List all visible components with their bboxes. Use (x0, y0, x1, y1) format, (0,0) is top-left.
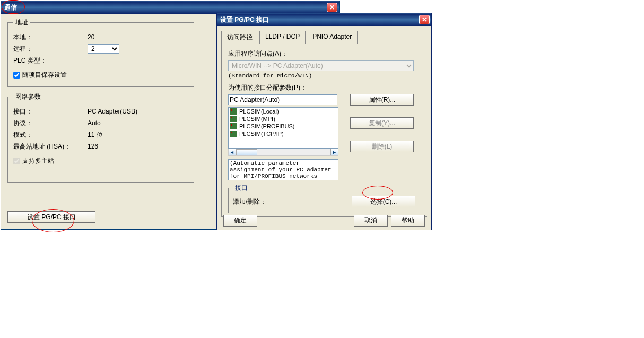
tabstrip: 访问路径 LLDP / DCP PNIO Adapter (221, 30, 427, 44)
hsa-label: 最高站地址 (HSA)： (13, 142, 88, 151)
interface-listbox[interactable]: PLCSIM(Local) PLCSIM(MPI) PLCSIM(PROFIBU… (228, 107, 338, 149)
assigned-value-input[interactable] (228, 94, 337, 105)
save-with-project-input[interactable] (13, 72, 20, 79)
properties-button[interactable]: 属性(R)... (350, 94, 414, 106)
list-item[interactable]: PLCSIM(MPI) (229, 115, 338, 123)
interface-legend: 接口 (233, 184, 250, 193)
save-with-project-checkbox[interactable]: 随项目保存设置 (13, 70, 188, 80)
protocol-label: 协议： (13, 119, 88, 128)
pgpc-title: 设置 PG/PC 接口 (220, 15, 269, 24)
description-box[interactable]: (Automatic parameter assignment of your … (228, 159, 338, 180)
interface-value: PC Adapter(USB) (88, 108, 137, 115)
tab-access-path[interactable]: 访问路径 (221, 31, 258, 44)
cancel-button[interactable]: 取消 (354, 215, 388, 227)
address-legend: 地址 (13, 18, 30, 27)
comm-title: 通信 (4, 3, 17, 12)
scroll-left-icon[interactable]: ◄ (229, 149, 236, 155)
remote-combo[interactable]: 2 (88, 44, 119, 54)
interface-group: 接口 添加/删除： 选择(C)... (228, 184, 420, 213)
list-item[interactable]: PLCSIM(PROFIBUS) (229, 123, 338, 130)
delete-button: 删除(L) (350, 141, 414, 152)
comm-titlebar[interactable]: 通信 ✕ (1, 1, 339, 14)
save-with-project-label: 随项目保存设置 (22, 71, 67, 80)
hsa-value: 126 (88, 143, 98, 150)
pgpc-titlebar[interactable]: 设置 PG/PC 接口 ✕ (217, 13, 431, 26)
tab-lldp-dcp[interactable]: LLDP / DCP (259, 31, 306, 44)
protocol-value: Auto (88, 119, 101, 127)
local-label: 本地： (13, 33, 88, 42)
assign-params-label: 为使用的接口分配参数(P)： (228, 83, 307, 92)
multimaster-label: 支持多主站 (22, 157, 54, 166)
setup-pgpc-button[interactable]: 设置 PG/PC 接口 (7, 211, 95, 223)
multimaster-checkbox: 支持多主站 (13, 155, 188, 166)
mode-value: 11 位 (88, 131, 103, 140)
network-group: 网络参数 接口： PC Adapter(USB) 协议： Auto 模式： 11… (7, 92, 194, 183)
tab-pnio-adapter[interactable]: PNIO Adapter (307, 31, 358, 44)
scroll-thumb[interactable] (236, 149, 257, 155)
adapter-icon (230, 116, 237, 122)
adapter-icon (230, 123, 237, 129)
access-point-label: 应用程序访问点(A)： (228, 49, 288, 58)
pgpc-dialog: 设置 PG/PC 接口 ✕ 访问路径 LLDP / DCP PNIO Adapt… (216, 13, 432, 230)
scroll-right-icon[interactable]: ► (330, 149, 338, 155)
select-button[interactable]: 选择(C)... (352, 196, 415, 207)
help-button[interactable]: 帮助 (391, 215, 425, 227)
close-icon[interactable]: ✕ (419, 15, 430, 24)
dialog-button-row: 确定 取消 帮助 (217, 211, 431, 230)
list-item[interactable]: PLCSIM(TCP/IP) (229, 130, 338, 137)
access-point-select: Micro/WIN --> PC Adapter(Auto) (228, 60, 414, 71)
remote-label: 远程： (13, 45, 88, 54)
close-icon[interactable]: ✕ (327, 3, 337, 12)
plc-type-label: PLC 类型： (13, 56, 88, 65)
multimaster-input (13, 158, 20, 164)
address-group: 地址 本地： 20 远程： 2 PLC 类型： 随项目保存设置 (7, 18, 194, 87)
adapter-icon (230, 108, 237, 115)
interface-label: 接口： (13, 107, 88, 116)
copy-button: 复制(Y)... (350, 117, 414, 129)
add-remove-label: 添加/删除： (233, 197, 266, 206)
adapter-icon (230, 131, 237, 137)
network-legend: 网络参数 (13, 92, 43, 101)
tabpanel-access-path: 应用程序访问点(A)： Micro/WIN --> PC Adapter(Aut… (221, 44, 427, 217)
access-point-note: (Standard for Micro/WIN) (228, 73, 420, 79)
list-item[interactable]: PLCSIM(Local) (229, 108, 338, 115)
ok-button[interactable]: 确定 (223, 215, 257, 227)
mode-label: 模式： (13, 131, 88, 140)
local-value: 20 (88, 33, 94, 41)
list-hscroll[interactable]: ◄ ► (228, 149, 338, 156)
